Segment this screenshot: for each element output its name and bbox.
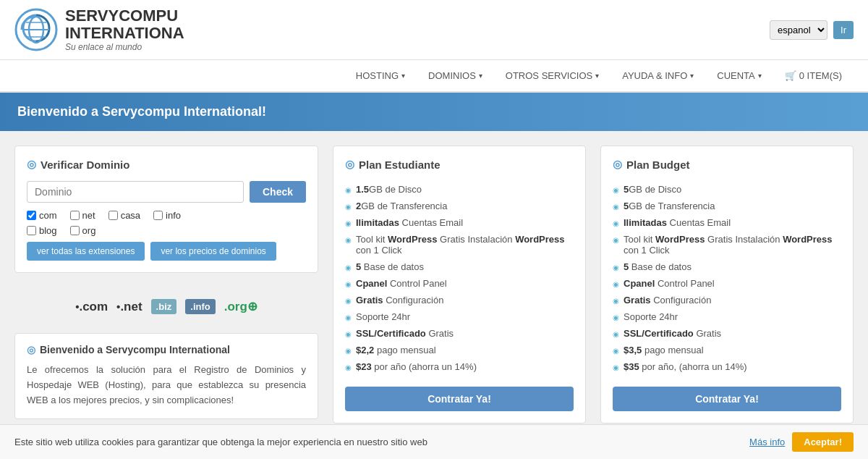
chevron-down-icon: ▾ xyxy=(595,72,599,80)
checkbox-info[interactable]: info xyxy=(153,210,181,221)
domain-logo-com: •.com xyxy=(75,300,108,314)
logo-icon xyxy=(14,8,58,51)
domain-prices-button[interactable]: ver los precios de dominios xyxy=(150,242,276,261)
feature-item: Tool kit WordPress Gratis Instalación Wo… xyxy=(613,231,841,258)
plan-budget-title: ◎ Plan Budget xyxy=(613,158,841,171)
feature-item: Cpanel Control Panel xyxy=(345,275,574,292)
cookie-more-link[interactable]: Más info xyxy=(749,437,785,438)
plan-estudiante-features: 1.5GB de Disco 2GB de Transferencia Ilim… xyxy=(345,181,574,375)
target-icon-4: ◎ xyxy=(613,158,622,171)
nav-item-otros-servicios[interactable]: OTROS SERVICIOS ▾ xyxy=(494,60,610,93)
domain-input-row: Check xyxy=(27,181,306,203)
domain-logo-org: .org⊕ xyxy=(224,299,258,314)
feature-item: Gratis Configuración xyxy=(613,292,841,308)
checkbox-blog[interactable]: blog xyxy=(27,225,57,236)
plan-estudiante-title: ◎ Plan Estudiante xyxy=(345,158,574,171)
checkbox-com[interactable]: com xyxy=(27,210,57,221)
nav-item-ayuda[interactable]: AYUDA & INFO ▾ xyxy=(610,60,705,93)
welcome-section: ◎ Bienvenido a Servycompu International … xyxy=(14,333,318,418)
logo-name: SERVYCOMPU INTERNATIONA xyxy=(65,7,184,42)
contratar-estudiante-button[interactable]: Contratar Ya! xyxy=(345,387,574,411)
header-right: espanol english Ir xyxy=(770,20,854,40)
logo-text: SERVYCOMPU INTERNATIONA Su enlace al mun… xyxy=(65,7,184,52)
feature-item: 5 Base de datos xyxy=(345,258,574,275)
logo-tagline: Su enlace al mundo xyxy=(65,42,184,52)
checkbox-org[interactable]: org xyxy=(70,225,96,236)
feature-item: 1.5GB de Disco xyxy=(345,181,574,198)
welcome-section-title: ◎ Bienvenido a Servycompu International xyxy=(27,344,306,355)
domain-logo-biz: .biz xyxy=(151,299,177,314)
welcome-section-text: Le ofrecemos la solución para el Registr… xyxy=(27,363,306,408)
checkbox-net[interactable]: net xyxy=(70,210,95,221)
navbar: HOSTING ▾ DOMINIOS ▾ OTROS SERVICIOS ▾ A… xyxy=(0,60,868,93)
domain-logo-info: .info xyxy=(185,299,215,314)
logo-area: SERVYCOMPU INTERNATIONA Su enlace al mun… xyxy=(14,7,184,52)
header: SERVYCOMPU INTERNATIONA Su enlace al mun… xyxy=(0,0,868,60)
all-extensions-button[interactable]: ver todas las extensiones xyxy=(27,242,145,261)
plan-estudiante-card: ◎ Plan Estudiante 1.5GB de Disco 2GB de … xyxy=(333,146,586,424)
chevron-down-icon: ▾ xyxy=(401,72,405,80)
check-button[interactable]: Check xyxy=(250,181,306,203)
feature-item: Ilimitadas Cuentas Email xyxy=(345,214,574,231)
welcome-banner: Bienvenido a Servycompu International! xyxy=(0,93,868,131)
plan-budget-card: ◎ Plan Budget 5GB de Disco 5GB de Transf… xyxy=(600,146,854,424)
feature-item: SSL/Certificado Gratis xyxy=(613,325,841,342)
domain-box: ◎ Verificar Dominio Check com net casa i xyxy=(14,146,318,273)
target-icon-3: ◎ xyxy=(345,158,354,171)
chevron-down-icon: ▾ xyxy=(479,72,482,80)
feature-item: 5GB de Disco xyxy=(613,181,841,198)
feature-item: Ilimitadas Cuentas Email xyxy=(613,214,841,231)
domain-box-title: ◎ Verificar Dominio xyxy=(27,158,306,171)
feature-item: $2,2 pago mensual xyxy=(345,342,574,358)
feature-item: Tool kit WordPress Gratis Instalación Wo… xyxy=(345,231,574,258)
cart-icon: 🛒 xyxy=(785,70,796,81)
chevron-down-icon: ▾ xyxy=(690,72,694,80)
checkbox-row-1: com net casa info xyxy=(27,210,306,221)
domain-logos: •.com •.net .biz .info .org⊕ xyxy=(14,285,318,321)
chevron-down-icon: ▾ xyxy=(758,72,762,80)
feature-item: 5GB de Transferencia xyxy=(613,198,841,214)
cookie-bar: Este sitio web utiliza cookies para gara… xyxy=(0,424,868,438)
language-select[interactable]: espanol english xyxy=(770,20,827,40)
feature-item: 2GB de Transferencia xyxy=(345,198,574,214)
plan-budget-features: 5GB de Disco 5GB de Transferencia Ilimit… xyxy=(613,181,841,375)
feature-item: $35 por año, (ahorra un 14%) xyxy=(613,358,841,375)
feature-item: Soporte 24hr xyxy=(613,308,841,325)
feature-item: $3,5 pago mensual xyxy=(613,342,841,358)
feature-item: $23 por año (ahorra un 14%) xyxy=(345,358,574,375)
domain-input[interactable] xyxy=(27,181,244,203)
feature-item: Soporte 24hr xyxy=(345,308,574,325)
domain-logo-net: •.net xyxy=(116,300,142,314)
contratar-budget-button[interactable]: Contratar Ya! xyxy=(613,387,841,411)
plan-cards-row: ◎ Plan Estudiante 1.5GB de Disco 2GB de … xyxy=(333,146,854,424)
feature-item: Cpanel Control Panel xyxy=(613,275,841,292)
nav-item-hosting[interactable]: HOSTING ▾ xyxy=(344,60,417,93)
nav-cart[interactable]: 🛒 0 ITEM(S) xyxy=(773,60,854,91)
cookie-text: Este sitio web utiliza cookies para gara… xyxy=(14,437,742,438)
left-column: ◎ Verificar Dominio Check com net casa i xyxy=(14,146,318,418)
ext-btn-row: ver todas las extensiones ver los precio… xyxy=(27,242,306,261)
main-content: ◎ Verificar Dominio Check com net casa i xyxy=(0,131,868,438)
feature-item: SSL/Certificado Gratis xyxy=(345,325,574,342)
feature-item: 5 Base de datos xyxy=(613,258,841,275)
checkbox-row-2: blog org xyxy=(27,225,306,236)
target-icon: ◎ xyxy=(27,158,36,171)
checkbox-casa[interactable]: casa xyxy=(109,210,140,221)
nav-item-dominios[interactable]: DOMINIOS ▾ xyxy=(417,60,494,93)
cookie-accept-button[interactable]: Aceptar! xyxy=(792,432,854,438)
lang-button[interactable]: Ir xyxy=(833,21,854,39)
nav-item-cuenta[interactable]: CUENTA ▾ xyxy=(705,60,773,93)
feature-item: Gratis Configuración xyxy=(345,292,574,308)
target-icon-2: ◎ xyxy=(27,344,35,355)
